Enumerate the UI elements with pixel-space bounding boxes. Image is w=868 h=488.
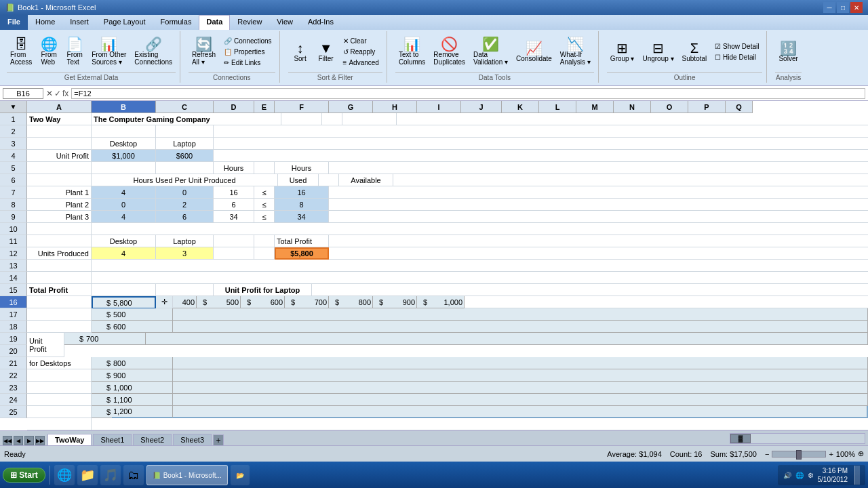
tab-review[interactable]: Review <box>230 15 269 30</box>
cell-b16-dollar[interactable]: $ <box>92 296 112 308</box>
cell-d7[interactable]: 16 <box>214 186 254 199</box>
show-detail-button[interactable]: ☑ Show Detail <box>711 41 762 52</box>
cell-b2[interactable] <box>92 125 156 138</box>
tab-page-layout[interactable]: Page Layout <box>96 15 153 30</box>
cell-d9[interactable]: 34 <box>214 211 254 223</box>
cell-b23-v[interactable]: 1,100 <box>112 394 173 406</box>
cell-b24-d[interactable]: $ <box>92 406 112 418</box>
filter-button[interactable]: ▼Filter <box>314 39 338 64</box>
cell-b20-v[interactable]: 800 <box>112 357 173 369</box>
scroll-thumb[interactable]: ▓ <box>730 434 751 443</box>
cell-a19-20[interactable]: Unit Profit <box>27 333 64 357</box>
col-header-g[interactable]: G <box>329 101 373 113</box>
close-button[interactable]: ✕ <box>850 2 863 13</box>
sheet-tab-twoway[interactable]: TwoWay <box>47 434 92 445</box>
hide-detail-button[interactable]: ☐ Hide Detail <box>711 52 762 62</box>
connections-button[interactable]: 🔗 Connections <box>220 36 275 46</box>
row-header-24[interactable]: 24 <box>0 394 27 406</box>
cell-f5[interactable]: Hours <box>275 162 329 174</box>
cell-a25[interactable] <box>27 418 92 430</box>
row-header-8[interactable]: 8 <box>0 199 27 211</box>
cell-h16-dollar[interactable]: $ <box>329 296 339 308</box>
taskbar-media-icon[interactable]: 🎵 <box>100 465 121 485</box>
row-header-19[interactable]: 19 <box>0 333 27 345</box>
col-header-d[interactable]: D <box>214 101 254 113</box>
cell-i16-val[interactable]: 900 <box>383 296 417 308</box>
cell-e6[interactable] <box>319 174 339 186</box>
cell-b8[interactable]: 0 <box>92 199 156 211</box>
properties-button[interactable]: 📋 Properties <box>220 47 275 57</box>
col-header-q[interactable]: Q <box>726 101 753 113</box>
data-validation-button[interactable]: ✅DataValidation ▾ <box>470 35 511 68</box>
col-header-l[interactable]: L <box>539 101 576 113</box>
cell-a3[interactable] <box>27 138 92 150</box>
cell-d11[interactable] <box>214 235 254 247</box>
cell-a4[interactable]: Unit Profit <box>27 150 92 162</box>
cell-b4[interactable]: $1,000 <box>92 150 156 162</box>
cell-c12[interactable]: 3 <box>156 247 214 260</box>
tab-addins[interactable]: Add-Ins <box>300 15 341 30</box>
cell-b24-v[interactable]: 1,200 <box>112 406 173 418</box>
cell-j16-val[interactable]: 1,000 <box>427 296 465 308</box>
row-header-10[interactable]: 10 <box>0 223 27 235</box>
cell-b5[interactable] <box>92 162 156 174</box>
cell-b19-v[interactable]: 700 <box>85 333 146 345</box>
cell-a14[interactable] <box>27 272 92 284</box>
clear-button[interactable]: ✕ Clear <box>340 36 382 46</box>
group-button[interactable]: ⊞Group ▾ <box>607 39 638 64</box>
cell-a12[interactable]: Units Produced <box>27 247 92 260</box>
row-header-6[interactable]: 6 <box>0 174 27 186</box>
cell-c7[interactable]: 0 <box>156 186 214 199</box>
cell-d5[interactable]: Hours <box>214 162 254 174</box>
cell-a8[interactable]: Plant 2 <box>27 199 92 211</box>
cell-a23[interactable] <box>27 394 92 406</box>
row-header-21[interactable]: 21 <box>0 357 27 369</box>
formula-input[interactable] <box>71 88 865 99</box>
row-header-16[interactable]: 16 <box>0 296 27 308</box>
cell-b11[interactable]: Desktop <box>92 235 156 247</box>
edit-links-button[interactable]: ✏ Edit Links <box>220 58 275 68</box>
cell-a6[interactable] <box>27 174 92 186</box>
row-header-5[interactable]: 5 <box>0 162 27 174</box>
zoom-thumb[interactable] <box>796 450 802 460</box>
col-header-a[interactable]: A <box>27 101 92 113</box>
cell-b12[interactable]: 4 <box>92 247 156 260</box>
cell-b16-value[interactable]: 5,800 <box>112 296 156 308</box>
row-header-13[interactable]: 13 <box>0 260 27 272</box>
cell-b7[interactable]: 4 <box>92 186 156 199</box>
cell-a20[interactable]: for Desktops <box>27 357 92 369</box>
cell-b3[interactable]: Desktop <box>92 138 156 150</box>
row-header-15[interactable]: 15 <box>0 284 27 296</box>
cell-i16-dollar[interactable]: $ <box>373 296 383 308</box>
cell-b17-v[interactable]: 500 <box>112 308 173 321</box>
cell-c8[interactable]: 2 <box>156 199 214 211</box>
col-header-n[interactable]: N <box>614 101 651 113</box>
cell-b18-v[interactable]: 600 <box>112 321 173 333</box>
cell-b22-d[interactable]: $ <box>92 382 112 394</box>
cell-g16-val[interactable]: 700 <box>295 296 329 308</box>
col-header-i[interactable]: I <box>417 101 461 113</box>
confirm-formula-icon[interactable]: ✓ <box>54 89 61 98</box>
excel-taskbar-button[interactable]: 📗 Book1 - Microsoft... <box>146 465 228 485</box>
sheet-last-btn[interactable]: ▶▶ <box>35 436 45 445</box>
row-header-22[interactable]: 22 <box>0 369 27 382</box>
cell-e9[interactable]: ≤ <box>254 211 275 223</box>
ungroup-button[interactable]: ⊟Ungroup ▾ <box>639 39 677 64</box>
cell-d16-hdr[interactable]: 400 <box>173 296 197 308</box>
row-header-17[interactable]: 17 <box>0 308 27 321</box>
row-header-20[interactable]: 20 <box>0 345 27 357</box>
refresh-all-button[interactable]: 🔄RefreshAll ▾ <box>189 35 219 68</box>
col-header-c[interactable]: C <box>156 101 214 113</box>
tab-insert[interactable]: Insert <box>62 15 96 30</box>
cell-a9[interactable]: Plant 3 <box>27 211 92 223</box>
cell-b15[interactable] <box>92 284 156 296</box>
row-header-25[interactable]: 25 <box>0 406 27 418</box>
cell-c9[interactable]: 6 <box>156 211 214 223</box>
sheet-next-btn[interactable]: ▶ <box>24 436 34 445</box>
cell-b21-v[interactable]: 900 <box>112 369 173 382</box>
row-header-23[interactable]: 23 <box>0 382 27 394</box>
cell-f8[interactable]: 8 <box>275 199 329 211</box>
cell-e5[interactable] <box>254 162 275 174</box>
cell-b17-d[interactable]: $ <box>92 308 112 321</box>
cell-f9[interactable]: 34 <box>275 211 329 223</box>
